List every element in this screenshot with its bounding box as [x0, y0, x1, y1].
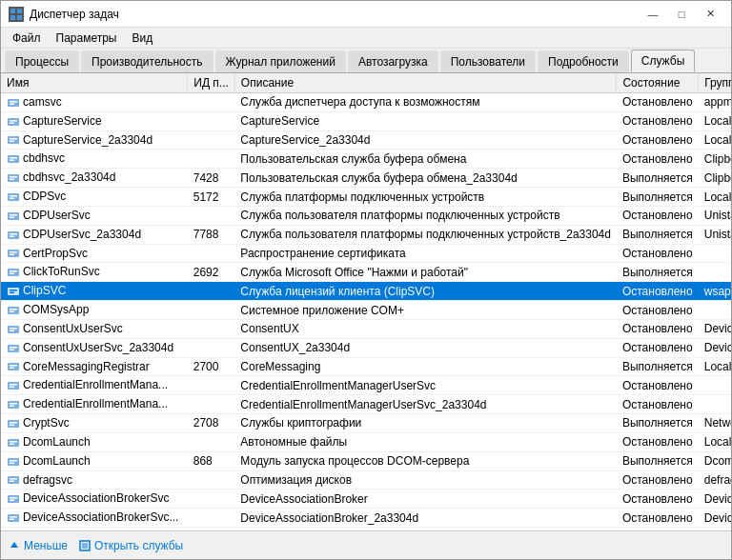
svg-rect-72	[10, 519, 14, 521]
menu-parameters[interactable]: Параметры	[49, 30, 125, 47]
service-icon	[7, 285, 20, 298]
table-row[interactable]: CryptSvc2708Службы криптографииВыполняет…	[1, 414, 731, 433]
table-row[interactable]: cbdhsvcПользовательская служба буфера об…	[1, 150, 731, 169]
svg-rect-18	[10, 179, 14, 181]
table-row[interactable]: ConsentUxUserSvcConsentUXОстановленоDevi…	[1, 319, 731, 338]
svg-rect-49	[8, 382, 19, 390]
footer: Меньше Открыть службы	[1, 530, 731, 559]
service-icon	[7, 115, 20, 129]
table-row[interactable]: ClickToRunSvc2692Служба Microsoft Office…	[1, 263, 731, 282]
table-row[interactable]: ConsentUxUserSvc_2a3304dConsentUX_2a3304…	[1, 338, 731, 357]
svg-rect-44	[10, 347, 17, 349]
svg-rect-8	[10, 120, 17, 122]
table-row[interactable]: CaptureServiceCaptureServiceОстановленоL…	[1, 111, 731, 130]
svg-rect-31	[8, 269, 19, 276]
svg-rect-29	[10, 251, 17, 253]
svg-rect-9	[10, 122, 14, 124]
table-row[interactable]: CredentialEnrollmentMana...CredentialEnr…	[1, 376, 731, 395]
services-table-container[interactable]: Имя ИД п... Описание Состояние Группа ca…	[1, 73, 731, 530]
service-icon	[7, 342, 20, 355]
service-icon	[7, 229, 20, 242]
tab-users[interactable]: Пользователи	[440, 50, 536, 72]
svg-rect-48	[10, 368, 14, 370]
svg-rect-11	[10, 138, 17, 140]
tab-details[interactable]: Подробности	[538, 50, 629, 72]
table-row[interactable]: DcomLaunchАвтономные файлыОстановленоLoc…	[1, 432, 731, 451]
tab-app-history[interactable]: Журнал приложений	[215, 50, 346, 72]
svg-rect-42	[10, 330, 14, 331]
services-icon	[79, 540, 91, 551]
table-row[interactable]: cbdhsvc_2a3304d7428Пользовательская служ…	[1, 169, 731, 188]
svg-rect-50	[10, 384, 17, 386]
maximize-button[interactable]: □	[668, 5, 695, 24]
table-row[interactable]: defragsvcОптимизация дисковОстановленоde…	[1, 470, 731, 490]
tabs-bar: Процессы Производительность Журнал прило…	[1, 49, 731, 73]
svg-rect-38	[10, 309, 17, 310]
service-icon	[7, 323, 20, 336]
open-services-label: Открыть службы	[94, 539, 183, 552]
service-icon	[7, 96, 20, 110]
svg-rect-0	[10, 9, 15, 13]
table-header-row: Имя ИД п... Описание Состояние Группа	[1, 73, 731, 93]
window-controls: — □ ✕	[640, 5, 723, 24]
table-row[interactable]: CDPUserSvcСлужба пользователя платформы …	[1, 206, 731, 225]
table-row[interactable]: CaptureService_2a3304dCaptureService_2a3…	[1, 130, 731, 150]
minimize-button-footer[interactable]: Меньше	[9, 539, 68, 552]
svg-rect-30	[10, 254, 14, 256]
table-row[interactable]: ClipSVCСлужба лицензий клиента (ClipSVC)…	[1, 282, 731, 301]
tab-startup[interactable]: Автозагрузка	[348, 50, 438, 72]
service-icon	[7, 210, 20, 223]
menu-bar: Файл Параметры Вид	[1, 28, 731, 49]
service-icon	[7, 492, 20, 506]
minimize-button[interactable]: —	[640, 5, 666, 24]
svg-rect-14	[10, 157, 17, 159]
svg-rect-12	[10, 141, 14, 143]
task-manager-window: Диспетчер задач — □ ✕ Файл Параметры Вид…	[0, 0, 732, 560]
svg-rect-13	[8, 155, 19, 163]
table-row[interactable]: CDPSvc5172Служба платформы подключенных …	[1, 188, 731, 207]
svg-rect-47	[10, 365, 17, 367]
svg-rect-46	[8, 363, 19, 370]
svg-rect-68	[10, 497, 17, 499]
svg-rect-52	[8, 401, 19, 409]
content-area: Имя ИД п... Описание Состояние Группа ca…	[1, 73, 731, 530]
table-row[interactable]: COMSysAppСистемное приложение COM+Остано…	[1, 301, 731, 320]
col-header-name[interactable]: Имя	[1, 73, 188, 93]
col-header-status[interactable]: Состояние	[617, 73, 699, 93]
table-row[interactable]: DeviceAssociationBrokerSvcDeviceAssociat…	[1, 490, 731, 509]
table-row[interactable]: CoreMessagingRegistrar2700CoreMessagingВ…	[1, 357, 731, 376]
svg-rect-57	[10, 424, 14, 426]
service-icon	[7, 133, 20, 147]
col-header-pid[interactable]: ИД п...	[188, 73, 235, 93]
service-icon	[7, 398, 20, 411]
service-icon	[7, 379, 20, 392]
svg-rect-55	[8, 420, 19, 428]
open-services-link[interactable]: Открыть службы	[79, 539, 183, 552]
table-row[interactable]: CredentialEnrollmentMana...CredentialEnr…	[1, 395, 731, 414]
svg-rect-54	[10, 406, 14, 408]
tab-performance[interactable]: Производительность	[81, 50, 213, 72]
close-button[interactable]: ✕	[697, 5, 723, 24]
svg-rect-60	[10, 443, 14, 445]
service-icon	[7, 171, 20, 185]
table-row[interactable]: CertPropSvcРаспространение сертификатаОс…	[1, 244, 731, 263]
svg-rect-36	[10, 292, 14, 294]
menu-view[interactable]: Вид	[124, 30, 160, 47]
table-row[interactable]: camsvcСлужба диспетчера доступа к возмож…	[1, 93, 731, 112]
tab-services[interactable]: Службы	[631, 50, 695, 72]
menu-file[interactable]: Файл	[5, 30, 49, 47]
svg-marker-97	[10, 542, 18, 548]
svg-rect-33	[10, 273, 14, 275]
svg-rect-40	[8, 326, 19, 333]
service-icon	[7, 304, 20, 317]
table-row[interactable]: CDPUserSvc_2a3304d7788Служба пользовател…	[1, 225, 731, 244]
svg-rect-5	[10, 101, 17, 103]
col-header-group[interactable]: Группа	[699, 73, 731, 93]
table-row[interactable]: DeviceAssociationBrokerSvc...DeviceAssoc…	[1, 509, 731, 528]
col-header-desc[interactable]: Описание	[234, 73, 617, 93]
tab-processes[interactable]: Процессы	[5, 50, 79, 72]
svg-rect-62	[10, 460, 17, 462]
services-table: Имя ИД п... Описание Состояние Группа ca…	[1, 73, 731, 530]
table-row[interactable]: DcomLaunch868Модуль запуска процессов DC…	[1, 451, 731, 470]
minimize-label: Меньше	[24, 539, 68, 552]
